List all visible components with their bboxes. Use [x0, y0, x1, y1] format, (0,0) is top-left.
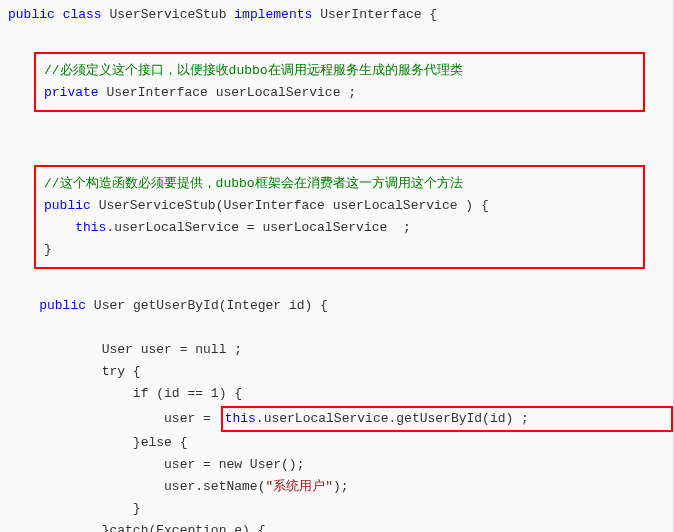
brace: {: [422, 7, 438, 22]
m-l4a: user =: [164, 411, 219, 426]
kw-class: class: [63, 7, 102, 22]
m-l7a: user.setName(: [164, 479, 265, 494]
kw-this: this: [75, 220, 106, 235]
ret-type: User: [94, 298, 125, 313]
m-l9: }catch(Exception e) {: [102, 523, 266, 532]
m-l3b: 1) {: [211, 386, 242, 401]
class-declaration: public class UserServiceStub implements …: [8, 4, 665, 26]
m-l6: user = new User();: [164, 457, 304, 472]
ctor-close: }: [44, 242, 52, 257]
kw-private: private: [44, 85, 99, 100]
highlight-box-ctor: //这个构造函数必须要提供，dubbo框架会在消费者这一方调用这个方法 publ…: [34, 165, 645, 269]
kw-this2: this: [225, 411, 256, 426]
code-block: public class UserServiceStub implements …: [0, 0, 674, 532]
comment-ctor: //这个构造函数必须要提供，dubbo框架会在消费者这一方调用这个方法: [44, 176, 463, 191]
m-l7b: );: [333, 479, 349, 494]
m-l1: User user = null ;: [102, 342, 242, 357]
m-l7s: "系统用户": [265, 479, 333, 494]
ctor-assign: .userLocalService = userLocalService ;: [106, 220, 410, 235]
kw-public2: public: [44, 198, 91, 213]
field-type: UserInterface: [106, 85, 207, 100]
m-l2: try {: [102, 364, 141, 379]
method-sig: getUserById(Integer id) {: [133, 298, 328, 313]
kw-public3: public: [39, 298, 86, 313]
kw-public: public: [8, 7, 55, 22]
class-name: UserServiceStub: [109, 7, 226, 22]
m-l8: }: [133, 501, 141, 516]
m-l3a: if (id ==: [133, 386, 211, 401]
m-l4b: .userLocalService.getUserById(id) ;: [256, 411, 529, 426]
highlight-box-call: this.userLocalService.getUserById(id) ;: [221, 406, 674, 432]
field-name: userLocalService ;: [216, 85, 356, 100]
iface-name: UserInterface: [320, 7, 421, 22]
ctor-sig: UserServiceStub(UserInterface userLocalS…: [99, 198, 489, 213]
m-l5: }else {: [133, 435, 188, 450]
comment-field: //必须定义这个接口，以便接收dubbo在调用远程服务生成的服务代理类: [44, 63, 463, 78]
highlight-box-field: //必须定义这个接口，以便接收dubbo在调用远程服务生成的服务代理类 priv…: [34, 52, 645, 112]
kw-implements: implements: [234, 7, 312, 22]
